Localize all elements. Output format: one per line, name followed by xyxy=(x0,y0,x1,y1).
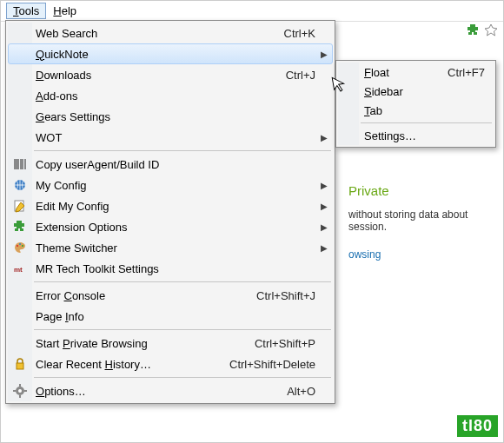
menu-separator xyxy=(34,150,331,151)
menu-wot[interactable]: WOT ▶ xyxy=(8,127,333,148)
label-theme-switcher: Theme Switcher xyxy=(36,241,315,255)
shortcut-clear-history: Ctrl+Shift+Delete xyxy=(229,358,315,371)
submenu-arrow-icon: ▶ xyxy=(321,133,328,142)
svg-point-14 xyxy=(18,389,22,393)
menubar: Tools Help xyxy=(1,1,503,22)
background-content: Private without storing data about sessi… xyxy=(348,183,468,261)
star-icon[interactable] xyxy=(484,23,498,37)
menu-start-private[interactable]: Start Private Browsing Ctrl+Shift+P xyxy=(8,333,333,354)
submenu-float[interactable]: Float Ctrl+F7 xyxy=(338,63,494,82)
menu-options[interactable]: Options… Alt+O xyxy=(8,380,333,401)
label-my-config: My Config xyxy=(36,179,315,192)
bg-heading: Private xyxy=(348,183,468,198)
tools-menu: Web Search Ctrl+K QuickNote ▶ Downloads … xyxy=(5,20,335,404)
label-ext-options: Extension Options xyxy=(36,221,315,234)
submenu-arrow-icon: ▶ xyxy=(321,243,328,253)
menu-downloads[interactable]: Downloads Ctrl+J xyxy=(8,64,333,85)
menu-gears[interactable]: Gears Settings xyxy=(8,106,333,127)
shortcut-private: Ctrl+Shift+P xyxy=(255,337,315,350)
menu-error-console[interactable]: Error Console Ctrl+Shift+J xyxy=(8,285,333,306)
menu-separator xyxy=(34,377,331,378)
shortcut-web-search: Ctrl+K xyxy=(284,27,315,40)
shortcut-error-console: Ctrl+Shift+J xyxy=(256,289,315,302)
menu-extension-options[interactable]: Extension Options ▶ xyxy=(8,216,333,237)
menu-my-config[interactable]: My Config ▶ xyxy=(8,175,333,195)
shortcut-options: Alt+O xyxy=(287,385,315,398)
submenu-arrow-icon: ▶ xyxy=(321,202,328,211)
menu-clear-history[interactable]: Clear Recent History… Ctrl+Shift+Delete xyxy=(8,354,333,374)
menu-mr-tech[interactable]: mt MR Tech Toolkit Settings xyxy=(8,258,333,279)
menu-quicknote[interactable]: QuickNote ▶ xyxy=(8,43,333,64)
quicknote-submenu: Float Ctrl+F7 Sidebar Tab Settings… xyxy=(335,60,496,148)
shortcut-float: Ctrl+F7 xyxy=(448,66,485,79)
menubar-help[interactable]: Help xyxy=(46,3,83,19)
submenu-sidebar[interactable]: Sidebar xyxy=(338,82,494,101)
menubar-tools[interactable]: Tools xyxy=(6,3,46,19)
bg-line2: session. xyxy=(348,221,468,233)
menu-addons[interactable]: Add-ons xyxy=(8,85,333,106)
shortcut-downloads: Ctrl+J xyxy=(286,69,315,82)
label-web-search: Web Search xyxy=(36,27,97,40)
submenu-settings[interactable]: Settings… xyxy=(338,126,494,145)
label-copy-ua: Copy userAgent/Build ID xyxy=(36,158,315,171)
submenu-arrow-icon: ▶ xyxy=(321,181,328,190)
bg-line1: without storing data about xyxy=(348,208,468,221)
globe-icon xyxy=(13,178,27,192)
submenu-arrow-icon: ▶ xyxy=(321,222,328,232)
svg-point-8 xyxy=(17,245,18,247)
toolbar-right xyxy=(467,23,498,37)
palette-icon xyxy=(13,241,27,255)
svg-point-9 xyxy=(19,243,21,245)
menu-separator xyxy=(34,281,331,282)
watermark: tl80 xyxy=(457,415,498,437)
menu-copy-useragent[interactable]: Copy userAgent/Build ID xyxy=(8,154,333,175)
label-edit-config: Edit My Config xyxy=(36,200,315,213)
svg-text:mt: mt xyxy=(14,266,23,274)
bg-link[interactable]: owsing xyxy=(348,248,468,261)
barcode-icon xyxy=(13,157,27,171)
menu-theme-switcher[interactable]: Theme Switcher ▶ xyxy=(8,237,333,258)
menu-edit-my-config[interactable]: Edit My Config ▶ xyxy=(8,195,333,216)
submenu-tab[interactable]: Tab xyxy=(338,101,494,120)
label-mr-tech: MR Tech Toolkit Settings xyxy=(36,262,315,275)
label-wot: WOT xyxy=(36,131,315,144)
svg-point-10 xyxy=(22,245,23,247)
addon-icon[interactable] xyxy=(467,23,481,37)
menu-web-search[interactable]: Web Search Ctrl+K xyxy=(8,23,333,43)
menu-page-info[interactable]: Page Info xyxy=(8,306,333,327)
edit-icon xyxy=(13,199,27,213)
submenu-separator xyxy=(361,122,492,123)
toolkit-icon: mt xyxy=(13,261,27,275)
puzzle-icon xyxy=(13,220,27,234)
lock-icon xyxy=(13,357,27,371)
label-settings: Settings… xyxy=(364,129,485,142)
svg-rect-12 xyxy=(17,363,23,369)
submenu-arrow-icon: ▶ xyxy=(321,50,328,59)
gear-icon xyxy=(13,384,27,398)
menu-separator xyxy=(34,329,331,330)
